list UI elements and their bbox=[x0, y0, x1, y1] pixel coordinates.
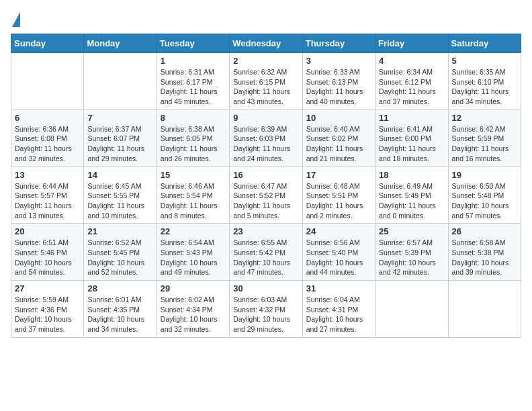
calendar-day-cell: 27Sunrise: 5:59 AMSunset: 4:36 PMDayligh… bbox=[11, 281, 84, 338]
day-number: 27 bbox=[15, 283, 80, 293]
calendar-day-cell: 4Sunrise: 6:34 AMSunset: 6:12 PMDaylight… bbox=[375, 53, 448, 110]
day-info: Sunrise: 6:34 AMSunset: 6:12 PMDaylight:… bbox=[379, 67, 444, 107]
day-info: Sunrise: 6:56 AMSunset: 5:40 PMDaylight:… bbox=[306, 238, 371, 277]
day-number: 12 bbox=[452, 113, 517, 123]
day-info: Sunrise: 6:33 AMSunset: 6:13 PMDaylight:… bbox=[306, 67, 371, 107]
calendar-day-cell: 25Sunrise: 6:57 AMSunset: 5:39 PMDayligh… bbox=[375, 224, 448, 281]
calendar-day-cell: 14Sunrise: 6:45 AMSunset: 5:55 PMDayligh… bbox=[84, 167, 157, 224]
calendar-week-row: 6Sunrise: 6:36 AMSunset: 6:08 PMDaylight… bbox=[11, 109, 521, 167]
day-of-week-header: Friday bbox=[375, 34, 448, 53]
day-number: 14 bbox=[87, 170, 152, 180]
day-info: Sunrise: 6:51 AMSunset: 5:46 PMDaylight:… bbox=[15, 238, 80, 277]
day-info: Sunrise: 6:38 AMSunset: 6:05 PMDaylight:… bbox=[161, 124, 226, 164]
day-info: Sunrise: 6:31 AMSunset: 6:17 PMDaylight:… bbox=[161, 67, 226, 107]
day-info: Sunrise: 6:40 AMSunset: 6:02 PMDaylight:… bbox=[306, 124, 371, 164]
day-of-week-header: Sunday bbox=[11, 34, 84, 53]
day-info: Sunrise: 6:54 AMSunset: 5:43 PMDaylight:… bbox=[161, 238, 226, 277]
day-of-week-header: Saturday bbox=[448, 34, 521, 53]
calendar-day-cell: 26Sunrise: 6:58 AMSunset: 5:38 PMDayligh… bbox=[448, 224, 521, 281]
day-info: Sunrise: 6:49 AMSunset: 5:49 PMDaylight:… bbox=[379, 181, 444, 221]
day-number: 8 bbox=[161, 113, 226, 123]
calendar-day-cell: 28Sunrise: 6:01 AMSunset: 4:35 PMDayligh… bbox=[84, 281, 157, 338]
day-info: Sunrise: 6:46 AMSunset: 5:54 PMDaylight:… bbox=[161, 181, 226, 221]
calendar-day-cell: 20Sunrise: 6:51 AMSunset: 5:46 PMDayligh… bbox=[11, 224, 84, 281]
calendar-day-cell bbox=[11, 53, 84, 110]
day-info: Sunrise: 6:45 AMSunset: 5:55 PMDaylight:… bbox=[87, 181, 152, 221]
calendar-day-cell: 21Sunrise: 6:52 AMSunset: 5:45 PMDayligh… bbox=[84, 224, 157, 281]
day-number: 31 bbox=[306, 283, 371, 293]
day-number: 29 bbox=[161, 283, 226, 293]
day-info: Sunrise: 6:55 AMSunset: 5:42 PMDaylight:… bbox=[233, 238, 298, 277]
calendar-day-cell: 2Sunrise: 6:32 AMSunset: 6:15 PMDaylight… bbox=[230, 53, 302, 110]
calendar-day-cell: 13Sunrise: 6:44 AMSunset: 5:57 PMDayligh… bbox=[11, 167, 84, 224]
calendar-day-cell: 3Sunrise: 6:33 AMSunset: 6:13 PMDaylight… bbox=[302, 53, 375, 110]
calendar-table: SundayMondayTuesdayWednesdayThursdayFrid… bbox=[11, 34, 521, 338]
day-of-week-header: Tuesday bbox=[157, 34, 229, 53]
day-info: Sunrise: 6:57 AMSunset: 5:39 PMDaylight:… bbox=[379, 238, 444, 277]
calendar-day-cell: 8Sunrise: 6:38 AMSunset: 6:05 PMDaylight… bbox=[157, 109, 229, 167]
calendar-day-cell: 7Sunrise: 6:37 AMSunset: 6:07 PMDaylight… bbox=[84, 109, 157, 167]
calendar-day-cell: 16Sunrise: 6:47 AMSunset: 5:52 PMDayligh… bbox=[230, 167, 302, 224]
calendar-day-cell: 11Sunrise: 6:41 AMSunset: 6:00 PMDayligh… bbox=[375, 109, 448, 167]
day-number: 13 bbox=[15, 170, 80, 180]
logo bbox=[11, 11, 20, 27]
day-info: Sunrise: 6:41 AMSunset: 6:00 PMDaylight:… bbox=[379, 124, 444, 164]
day-number: 26 bbox=[452, 226, 517, 236]
calendar-day-cell: 31Sunrise: 6:04 AMSunset: 4:31 PMDayligh… bbox=[302, 281, 375, 338]
day-number: 6 bbox=[15, 113, 80, 123]
days-of-week-row: SundayMondayTuesdayWednesdayThursdayFrid… bbox=[11, 34, 521, 53]
calendar-day-cell: 23Sunrise: 6:55 AMSunset: 5:42 PMDayligh… bbox=[230, 224, 302, 281]
day-info: Sunrise: 6:52 AMSunset: 5:45 PMDaylight:… bbox=[87, 238, 152, 277]
day-info: Sunrise: 6:35 AMSunset: 6:10 PMDaylight:… bbox=[452, 67, 517, 107]
day-number: 20 bbox=[15, 226, 80, 236]
calendar-week-row: 13Sunrise: 6:44 AMSunset: 5:57 PMDayligh… bbox=[11, 167, 521, 224]
day-number: 16 bbox=[233, 170, 298, 180]
day-of-week-header: Thursday bbox=[302, 34, 375, 53]
day-info: Sunrise: 6:36 AMSunset: 6:08 PMDaylight:… bbox=[15, 124, 80, 164]
calendar-body: 1Sunrise: 6:31 AMSunset: 6:17 PMDaylight… bbox=[11, 53, 521, 338]
calendar-day-cell: 5Sunrise: 6:35 AMSunset: 6:10 PMDaylight… bbox=[448, 53, 521, 110]
day-info: Sunrise: 6:32 AMSunset: 6:15 PMDaylight:… bbox=[233, 67, 298, 107]
day-info: Sunrise: 6:42 AMSunset: 5:59 PMDaylight:… bbox=[452, 124, 517, 164]
calendar-day-cell: 1Sunrise: 6:31 AMSunset: 6:17 PMDaylight… bbox=[157, 53, 229, 110]
day-info: Sunrise: 6:47 AMSunset: 5:52 PMDaylight:… bbox=[233, 181, 298, 221]
day-number: 10 bbox=[306, 113, 371, 123]
day-number: 24 bbox=[306, 226, 371, 236]
calendar-day-cell: 24Sunrise: 6:56 AMSunset: 5:40 PMDayligh… bbox=[302, 224, 375, 281]
day-number: 19 bbox=[452, 170, 517, 180]
day-number: 5 bbox=[452, 56, 517, 66]
calendar-day-cell: 10Sunrise: 6:40 AMSunset: 6:02 PMDayligh… bbox=[302, 109, 375, 167]
calendar-week-row: 20Sunrise: 6:51 AMSunset: 5:46 PMDayligh… bbox=[11, 224, 521, 281]
day-number: 15 bbox=[161, 170, 226, 180]
day-number: 22 bbox=[161, 226, 226, 236]
day-number: 1 bbox=[161, 56, 226, 66]
header bbox=[11, 11, 521, 27]
day-number: 30 bbox=[233, 283, 298, 293]
calendar-day-cell: 9Sunrise: 6:39 AMSunset: 6:03 PMDaylight… bbox=[230, 109, 302, 167]
calendar-week-row: 27Sunrise: 5:59 AMSunset: 4:36 PMDayligh… bbox=[11, 281, 521, 338]
day-number: 25 bbox=[379, 226, 444, 236]
day-of-week-header: Wednesday bbox=[230, 34, 302, 53]
day-number: 3 bbox=[306, 56, 371, 66]
calendar-day-cell: 15Sunrise: 6:46 AMSunset: 5:54 PMDayligh… bbox=[157, 167, 229, 224]
day-number: 11 bbox=[379, 113, 444, 123]
day-number: 4 bbox=[379, 56, 444, 66]
day-number: 28 bbox=[87, 283, 152, 293]
day-of-week-header: Monday bbox=[84, 34, 157, 53]
page: SundayMondayTuesdayWednesdayThursdayFrid… bbox=[0, 0, 532, 345]
day-info: Sunrise: 6:02 AMSunset: 4:34 PMDaylight:… bbox=[161, 295, 226, 334]
logo-triangle-icon bbox=[12, 12, 20, 27]
day-info: Sunrise: 6:39 AMSunset: 6:03 PMDaylight:… bbox=[233, 124, 298, 164]
day-number: 7 bbox=[87, 113, 152, 123]
calendar-day-cell: 19Sunrise: 6:50 AMSunset: 5:48 PMDayligh… bbox=[448, 167, 521, 224]
calendar-day-cell: 6Sunrise: 6:36 AMSunset: 6:08 PMDaylight… bbox=[11, 109, 84, 167]
calendar-day-cell bbox=[84, 53, 157, 110]
day-number: 9 bbox=[233, 113, 298, 123]
day-info: Sunrise: 6:37 AMSunset: 6:07 PMDaylight:… bbox=[87, 124, 152, 164]
day-info: Sunrise: 5:59 AMSunset: 4:36 PMDaylight:… bbox=[15, 295, 80, 334]
calendar-day-cell bbox=[375, 281, 448, 338]
calendar-week-row: 1Sunrise: 6:31 AMSunset: 6:17 PMDaylight… bbox=[11, 53, 521, 110]
day-info: Sunrise: 6:58 AMSunset: 5:38 PMDaylight:… bbox=[452, 238, 517, 277]
day-number: 2 bbox=[233, 56, 298, 66]
day-info: Sunrise: 6:50 AMSunset: 5:48 PMDaylight:… bbox=[452, 181, 517, 221]
